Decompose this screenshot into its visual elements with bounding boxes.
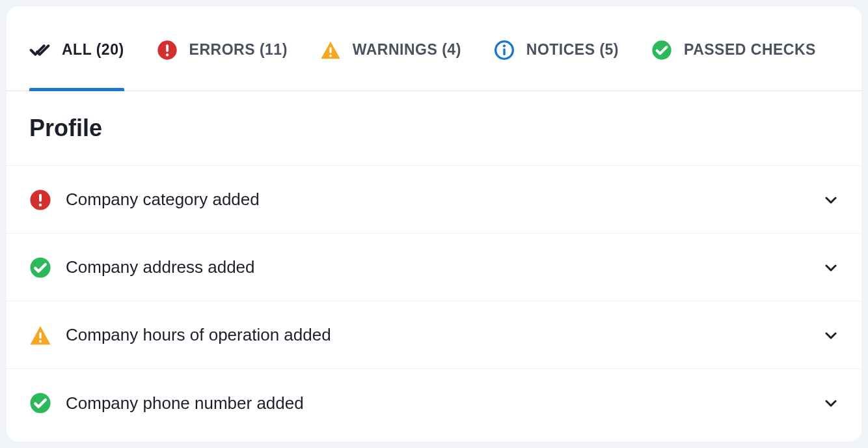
chevron-down-icon xyxy=(823,395,839,411)
svg-rect-7 xyxy=(503,48,505,55)
svg-point-6 xyxy=(503,44,506,47)
svg-rect-10 xyxy=(39,193,42,201)
tab-errors[interactable]: ERRORS (11) xyxy=(157,7,288,91)
error-circle-icon xyxy=(29,189,51,211)
chevron-down-icon xyxy=(823,192,839,208)
check-row-company-hours[interactable]: Company hours of operation added xyxy=(7,301,861,369)
tabs-bar: ALL (20) ERRORS (11) WARNINGS (4) xyxy=(7,7,861,91)
svg-rect-13 xyxy=(39,332,41,339)
double-check-icon xyxy=(29,40,50,61)
svg-rect-1 xyxy=(166,44,169,51)
audit-card: ALL (20) ERRORS (11) WARNINGS (4) xyxy=(7,7,861,441)
check-row-company-category[interactable]: Company category added xyxy=(7,166,861,234)
tab-notices-label: NOTICES (5) xyxy=(526,41,619,59)
check-circle-icon xyxy=(29,257,51,279)
warning-triangle-icon xyxy=(29,324,51,346)
svg-rect-3 xyxy=(329,47,331,53)
check-label: Company hours of operation added xyxy=(66,325,823,345)
error-circle-icon xyxy=(157,40,178,61)
section-title: Profile xyxy=(29,115,839,142)
tab-warnings[interactable]: WARNINGS (4) xyxy=(320,7,461,91)
tab-all-label: ALL (20) xyxy=(62,41,124,59)
svg-point-2 xyxy=(165,53,168,56)
section-header: Profile xyxy=(7,91,861,166)
svg-point-14 xyxy=(39,340,42,343)
check-row-company-phone[interactable]: Company phone number added xyxy=(7,369,861,437)
info-circle-icon xyxy=(494,40,515,61)
tab-all[interactable]: ALL (20) xyxy=(29,7,124,91)
svg-point-4 xyxy=(329,54,332,57)
check-label: Company address added xyxy=(66,257,823,277)
tab-errors-label: ERRORS (11) xyxy=(189,41,288,59)
warning-triangle-icon xyxy=(320,40,341,61)
chevron-down-icon xyxy=(823,328,839,343)
chevron-down-icon xyxy=(823,260,839,275)
svg-point-11 xyxy=(39,203,42,206)
tab-passed-label: PASSED CHECKS xyxy=(684,41,816,59)
check-label: Company category added xyxy=(66,189,823,210)
tab-passed[interactable]: PASSED CHECKS xyxy=(651,7,816,91)
check-circle-icon xyxy=(29,392,51,414)
check-row-company-address[interactable]: Company address added xyxy=(7,234,861,301)
check-circle-icon xyxy=(651,40,672,61)
check-label: Company phone number added xyxy=(66,393,823,413)
tab-warnings-label: WARNINGS (4) xyxy=(353,41,461,59)
tab-notices[interactable]: NOTICES (5) xyxy=(494,7,619,91)
